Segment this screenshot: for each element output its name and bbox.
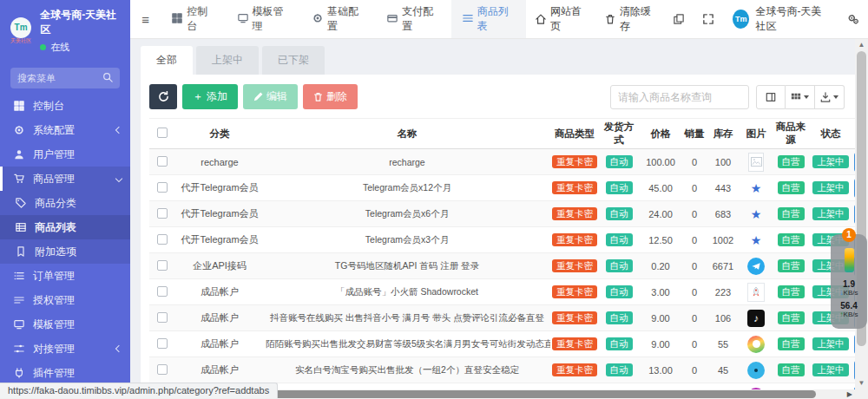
home-page-link[interactable]: 网站首页 [526,0,595,38]
row-checkbox[interactable] [157,182,168,193]
product-row: rechargerecharge重复卡密自动100.000100自营上架中＋添加… [149,149,855,175]
row-checkbox[interactable] [157,364,168,375]
source-badge: 自营 [778,285,805,299]
user-menu[interactable]: Tm 全球号商-天美社区 [723,0,838,38]
settings-button[interactable] [838,0,868,38]
menu-search-input[interactable]: 搜索菜单 [10,68,120,88]
source-badge: 自营 [778,207,805,221]
sliders-icon [12,343,26,354]
sidebar-item-template-management[interactable]: 模板管理 [0,312,130,337]
tiktok-product-image[interactable]: ♪ [746,309,766,328]
clear-cache-button[interactable]: 清除缓存 [595,0,665,38]
sidebar-item-product-list[interactable]: 商品列表 [0,215,130,239]
sidebar-item-product-category[interactable]: 商品分类 [0,191,130,215]
trash-icon [313,92,323,101]
product-type-badge: 重复卡密 [552,285,597,299]
refresh-icon [158,91,169,102]
online-status: 在线 [40,41,122,54]
product-category: 企业API接码 [175,253,264,279]
export-icon [820,92,831,102]
navtab-product-list[interactable]: 商品列表 [451,0,526,38]
row-checkbox[interactable] [157,208,168,219]
navtab-payment-config[interactable]: 支付配置 [376,0,450,38]
delivery-badge: 自动 [606,207,633,221]
delivery-badge: 自动 [606,285,633,299]
row-checkbox[interactable] [157,338,168,349]
whale-product-image[interactable] [746,361,766,380]
product-search-input[interactable] [610,85,749,109]
add-button[interactable]: ＋添加 [182,84,238,109]
product-type-badge: 重复卡密 [552,337,597,351]
telegram-product-image[interactable] [746,257,766,276]
status-badge[interactable]: 上架中 [812,181,849,195]
vertical-scrollbar[interactable]: ▲ ▼ [855,39,868,399]
scroll-up-arrow[interactable]: ▲ [855,40,868,50]
status-badge[interactable]: 上架中 [812,155,849,169]
row-checkbox[interactable] [157,286,168,297]
search-toggle-button[interactable] [756,85,786,109]
status-badge[interactable]: 上架中 [812,363,849,377]
sidebar-item-integration-management[interactable]: 对接管理 [0,337,130,361]
chevron-left-icon [115,345,122,352]
link-preview-statusbar: https://faka-daou.timibbs.vip/admin.php/… [0,383,278,398]
row-checkbox[interactable] [157,260,168,271]
top-navbar: ≡ 控制台 模板管理 基础配置 支付配置 商品列表 网站首页 清除缓存 Tm 全… [130,0,868,39]
select-all-checkbox[interactable] [157,128,168,138]
scroll-right-arrow[interactable]: ▶ [847,389,852,399]
product-price: 100.00 [639,149,682,175]
delivery-badge: 自动 [606,155,633,169]
product-sales: 0 [682,175,707,201]
product-category: 成品帐户 [175,279,264,305]
tab-off-sale[interactable]: 已下架 [262,46,325,75]
copy-icon [674,14,684,24]
navtab-dashboard[interactable]: 控制台 [161,0,226,38]
row-checkbox[interactable] [157,156,168,167]
rocket-product-image[interactable] [746,283,766,302]
product-price: 9.00 [639,305,682,331]
network-monitor-widget[interactable]: 1 1.9 ↓KB/s 56.4 ↑KB/s [831,234,867,329]
star-product-image[interactable]: ★ [746,205,766,224]
status-badge[interactable]: 上架中 [812,337,849,351]
notification-badge: 1 [842,228,856,242]
refresh-button[interactable] [149,84,177,109]
status-badge[interactable]: 上架中 [812,207,849,221]
navtab-basic-config[interactable]: 基础配置 [301,0,376,38]
product-name: 「成品账号」小火箭 Shadowrocket [264,279,550,305]
scroll-down-arrow[interactable]: ▼ [855,378,868,389]
sidebar-item-license-management[interactable]: 授权管理 [0,288,130,312]
row-checkbox[interactable] [157,234,168,245]
product-sales: 0 [682,201,707,227]
sidebar-toggle-button[interactable]: ≡ [130,0,161,38]
table-toolbar: ＋添加 编辑 删除 [149,84,855,109]
sidebar-item-plugin-management[interactable]: 插件管理 [0,361,130,385]
main-area: ≡ 控制台 模板管理 基础配置 支付配置 商品列表 网站首页 清除缓存 Tm 全… [130,0,868,399]
broken-image-icon[interactable] [748,153,764,172]
sidebar-item-extra-options[interactable]: 附加选项 [0,239,130,264]
edit-button[interactable]: 编辑 [243,84,298,109]
momo-product-image[interactable] [746,335,766,354]
sidebar-item-system-config[interactable]: 系统配置 [0,118,130,142]
product-name: 抖音账号在线购买 出售抖音小号 满月号 带头 点赞评论引流必备直登 [264,305,550,331]
sidebar-item-order-management[interactable]: 订单管理 [0,264,130,288]
caret-down-icon [804,95,809,99]
sidebar-item-dashboard[interactable]: 控制台 [0,94,130,118]
product-type-badge: 重复卡密 [552,181,597,195]
star-product-image[interactable]: ★ [746,231,766,250]
fullscreen-button[interactable] [694,0,723,38]
tab-on-sale[interactable]: 上架中 [196,46,259,75]
navtab-template[interactable]: 模板管理 [227,0,301,38]
delete-button[interactable]: 删除 [303,84,358,109]
export-button[interactable] [815,85,845,109]
sidebar-item-product-management[interactable]: 商品管理 [0,167,130,191]
product-sales: 0 [682,357,707,383]
brand[interactable]: Tm 天美社区 全球号商-天美社区 在线 [0,0,130,59]
delivery-badge: 自动 [606,311,633,325]
product-category: 成品帐户 [175,305,264,331]
copy-page-button[interactable] [664,0,694,38]
row-checkbox[interactable] [157,312,168,323]
product-stock: 683 [707,201,740,227]
star-product-image[interactable]: ★ [746,179,766,198]
tab-all[interactable]: 全部 [141,46,193,75]
columns-button[interactable] [786,85,815,109]
sidebar-item-user-management[interactable]: 用户管理 [0,142,130,167]
